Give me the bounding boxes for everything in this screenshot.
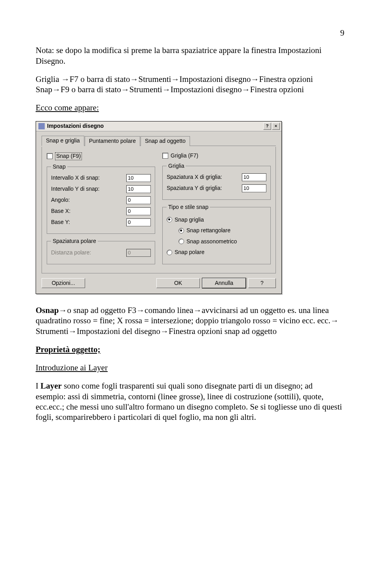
group-griglia-legend: Griglia [167,163,186,170]
radio-snap-polare[interactable] [167,250,172,255]
input-distanza-polare: 0 [126,249,151,257]
griglia-line: Griglia →F7 o barra di stato→Strumenti→I… [36,74,344,84]
dialog-tabs: Snap e griglia Puntamento polare Snap ad… [42,135,276,146]
group-snap-legend: Snap [51,163,67,171]
osnap-paragraph: Osnap→o snap ad oggetto F3→comando linea… [36,305,344,336]
layer-para-b: Layer [40,381,62,391]
impostazioni-disegno-dialog: Impostazioni disegno ? × Snap e griglia … [36,121,282,294]
annulla-button[interactable]: Annulla [202,278,246,288]
tab-panel-snap-griglia: Snap (F9) Snap Intervallo X di snap: 10 … [42,147,276,273]
input-intervallo-x[interactable]: 10 [126,174,151,182]
radio-snap-rettangolare-label: Snap rettangolare [186,227,230,234]
tab-puntamento-polare[interactable]: Puntamento polare [85,136,140,146]
radio-snap-griglia-label: Snap griglia [175,216,204,224]
griglia-f7-label: Griglia (F7) [171,152,198,159]
help-titlebar-button[interactable]: ? [263,123,271,130]
layer-paragraph: I Layer sono come fogli trasparenti sui … [36,381,344,422]
ok-button[interactable]: OK [156,278,200,288]
label-distanza-polare: Distanza polare: [51,249,126,256]
layer-para-a: I [36,381,40,391]
input-spaziatura-y[interactable]: 10 [242,184,266,192]
dialog-title: Impostazioni disegno [47,123,262,130]
group-spaziatura-polare: Spaziatura polare Distanza polare: 0 [47,238,155,264]
osnap-rest: o snap ad oggetto F3→comando linea→avvic… [36,305,339,336]
input-base-x[interactable]: 0 [126,207,151,215]
dialog-titlebar[interactable]: Impostazioni disegno ? × [36,121,281,131]
radio-snap-rettangolare[interactable] [179,228,184,233]
tab-snap-griglia[interactable]: Snap e griglia [42,136,84,146]
input-spaziatura-x[interactable]: 10 [242,173,266,181]
radio-snap-assonometrico-label: Snap assonometrico [186,238,237,245]
group-spazpol-legend: Spaziatura polare [51,238,98,245]
label-base-y: Base Y: [51,219,126,226]
tab-snap-ad-oggetto[interactable]: Snap ad oggetto [141,136,190,146]
label-spaziatura-x: Spaziatura X di griglia: [167,174,242,181]
input-angolo[interactable]: 0 [126,196,151,204]
proprieta-oggetto-heading: Proprietà oggetto; [36,344,344,355]
close-titlebar-button[interactable]: × [272,123,280,130]
radio-snap-polare-label: Snap polare [175,249,205,256]
osnap-strong: Osnap→ [36,305,67,315]
snap-line: Snap→F9 o barra di stato→Strumenti→Impos… [36,84,344,95]
group-snap: Snap Intervallo X di snap: 10 Intervallo… [47,163,155,234]
group-tipo-legend: Tipo e stile snap [167,204,210,211]
input-base-y[interactable]: 0 [126,218,151,226]
radio-snap-assonometrico[interactable] [179,239,184,244]
layer-para-c: sono come fogli trasparenti sui quali so… [36,381,342,422]
label-base-x: Base X: [51,208,126,215]
label-angolo: Angolo: [51,197,126,204]
ecco-come-appare: Ecco come appare: [36,102,344,113]
snap-f9-checkbox[interactable] [47,153,53,159]
label-spaziatura-y: Spaziatura Y di griglia: [167,185,242,192]
input-intervallo-y[interactable]: 10 [126,185,151,193]
label-intervallo-x: Intervallo X di snap: [51,175,126,182]
radio-snap-griglia[interactable] [167,217,172,222]
group-griglia: Griglia Spaziatura X di griglia: 10 Spaz… [162,163,271,200]
griglia-f7-checkbox[interactable] [162,153,168,159]
opzioni-button[interactable]: Opzioni... [42,278,85,288]
page-number: 9 [36,28,344,38]
group-tipo-stile-snap: Tipo e stile snap Snap griglia Snap rett… [162,204,271,264]
nota-paragraph: Nota: se dopo la modifica si preme la ba… [36,45,344,66]
snap-f9-label: Snap (F9) [55,152,82,160]
help-button[interactable]: ? [248,278,276,288]
introduzione-layer-heading: Introduzione ai Layer [36,362,344,373]
label-intervallo-y: Intervallo Y di snap: [51,186,126,193]
app-icon [38,123,45,129]
